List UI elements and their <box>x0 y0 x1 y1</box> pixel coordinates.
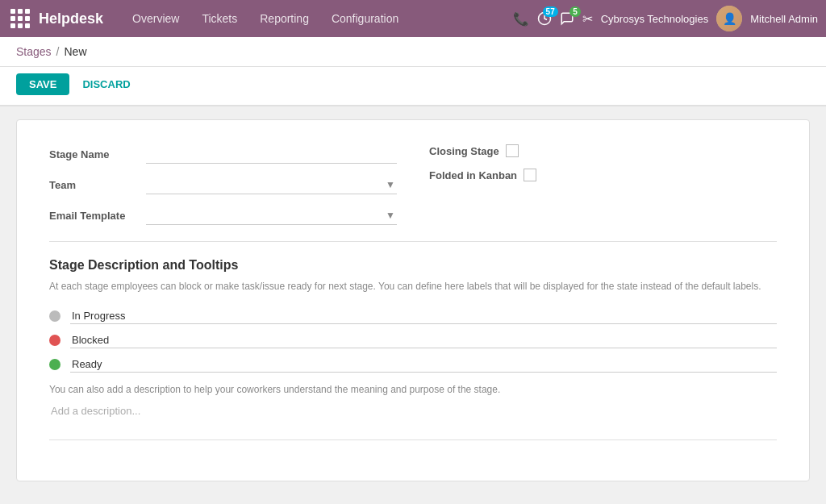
breadcrumb-parent[interactable]: Stages <box>16 45 52 58</box>
closing-stage-checkbox[interactable] <box>506 144 519 157</box>
form-left: Stage Name Team ▼ Email Template <box>49 144 397 225</box>
team-field: Team ▼ <box>49 175 397 194</box>
navbar-right: 📞 57 5 ✂ Cybrosys Technologies 👤 Mitchel… <box>513 6 818 31</box>
description-placeholder[interactable]: Add a description... <box>49 402 777 420</box>
status-input-inprogress[interactable] <box>70 308 777 324</box>
nav-configuration[interactable]: Configuration <box>322 7 408 30</box>
status-input-ready[interactable] <box>70 356 777 373</box>
main-content: Stage Name Team ▼ Email Template <box>0 106 826 502</box>
company-name[interactable]: Cybrosys Technologies <box>601 13 708 25</box>
nav-tickets[interactable]: Tickets <box>192 7 247 30</box>
team-select-wrap: ▼ <box>146 175 397 194</box>
action-bar: SAVE DISCARD <box>0 67 826 106</box>
status-dot-red <box>49 335 60 346</box>
status-row-inprogress <box>49 308 777 324</box>
email-template-select-wrap: ▼ <box>146 206 397 225</box>
discard-button[interactable]: DISCARD <box>79 73 133 95</box>
breadcrumb-separator: / <box>56 45 60 58</box>
status-row-ready <box>49 356 777 373</box>
chat-badge: 5 <box>569 6 581 17</box>
status-row-blocked <box>49 332 777 348</box>
grid-icon <box>10 9 30 28</box>
navbar: Helpdesk Overview Tickets Reporting Conf… <box>0 0 826 37</box>
closing-stage-field: Closing Stage <box>429 144 777 157</box>
form-right: Closing Stage Folded in Kanban <box>397 144 777 181</box>
app-brand[interactable]: Helpdesk <box>39 10 103 27</box>
email-template-field: Email Template ▼ <box>49 206 397 225</box>
email-template-select[interactable] <box>146 206 397 225</box>
nav-overview[interactable]: Overview <box>123 7 189 30</box>
closing-stage-label: Closing Stage <box>429 145 499 157</box>
clock-badge: 57 <box>543 6 558 17</box>
stage-name-input[interactable] <box>146 144 397 164</box>
nav-reporting[interactable]: Reporting <box>250 7 319 30</box>
section-title: Stage Description and Tooltips <box>49 258 777 273</box>
status-dot-grey <box>49 310 60 322</box>
status-dot-green <box>49 359 60 370</box>
save-button[interactable]: SAVE <box>16 73 69 95</box>
team-label: Team <box>49 179 146 191</box>
team-select[interactable] <box>146 175 397 194</box>
folded-kanban-checkbox[interactable] <box>524 169 536 181</box>
form-card: Stage Name Team ▼ Email Template <box>16 119 810 481</box>
avatar[interactable]: 👤 <box>716 6 742 31</box>
scissors-icon[interactable]: ✂ <box>582 11 593 27</box>
stage-name-label: Stage Name <box>49 148 146 160</box>
clock-icon[interactable]: 57 <box>537 11 552 26</box>
chat-icon[interactable]: 5 <box>560 11 574 26</box>
form-top-row: Stage Name Team ▼ Email Template <box>49 144 777 225</box>
folded-kanban-field: Folded in Kanban <box>429 169 777 181</box>
grid-menu-button[interactable] <box>8 6 32 31</box>
coworker-help-text: You can also add a description to help y… <box>49 384 777 395</box>
stage-name-field: Stage Name <box>49 144 397 164</box>
bottom-divider <box>49 439 777 440</box>
email-template-label: Email Template <box>49 210 146 222</box>
folded-kanban-label: Folded in Kanban <box>429 169 517 181</box>
nav-menu: Overview Tickets Reporting Configuration <box>123 7 513 30</box>
avatar-image: 👤 <box>716 6 742 31</box>
breadcrumb-current: New <box>64 45 86 58</box>
status-input-blocked[interactable] <box>70 332 777 348</box>
breadcrumb: Stages / New <box>0 37 826 67</box>
phone-icon[interactable]: 📞 <box>513 11 529 27</box>
user-name[interactable]: Mitchell Admin <box>750 13 818 25</box>
section-help-text: At each stage employees can block or mak… <box>49 279 777 294</box>
section-divider <box>49 241 777 242</box>
description-section: Stage Description and Tooltips At each s… <box>49 258 777 440</box>
